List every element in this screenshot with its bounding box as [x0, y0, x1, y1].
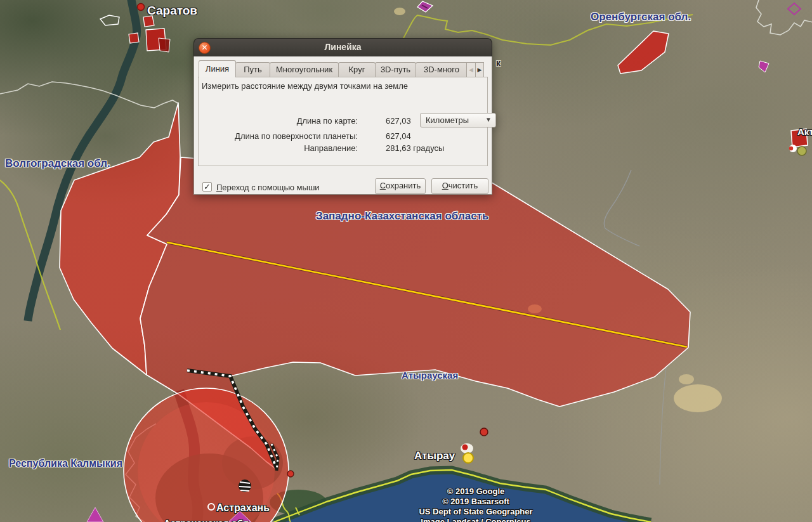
- region-border-gray-right: [604, 170, 639, 246]
- red-dot-marker: [287, 471, 294, 477]
- region-border-white-topleft: [0, 82, 178, 108]
- sand-patch: [674, 384, 722, 412]
- tab-3d-path[interactable]: 3D-путь: [375, 62, 416, 77]
- atyrau-placemark[interactable]: [461, 443, 473, 463]
- orenburg-red-polygon: [618, 31, 669, 74]
- tab-polygon[interactable]: Многоугольник: [270, 62, 339, 77]
- tab-scroll-right-icon[interactable]: ▶: [475, 62, 484, 77]
- ground-length-label: Длина по поверхности планеты:: [200, 131, 358, 141]
- mouse-nav-label: Переход с помощью мыши: [216, 183, 320, 192]
- clear-button[interactable]: Очистить: [431, 178, 488, 194]
- dialog-titlebar[interactable]: ✕ Линейка: [193, 38, 492, 56]
- close-icon[interactable]: ✕: [199, 42, 211, 54]
- heading-value: 281,63 градусы: [386, 143, 444, 153]
- region-border-white-topright: [756, 0, 812, 35]
- caspian-sea: [274, 470, 651, 522]
- heading-label: Направление:: [200, 143, 358, 153]
- tab-circle[interactable]: Круг: [338, 62, 376, 77]
- region-border-gray-vertical: [660, 363, 667, 485]
- right-edge-placemarks[interactable]: [789, 129, 808, 155]
- dialog-body: Линия Путь Многоугольник Круг 3D-путь 3D…: [193, 56, 492, 195]
- tab-line[interactable]: Линия: [199, 60, 236, 77]
- ground-length-value: 627,04: [386, 131, 411, 141]
- tab-scroll-left-icon[interactable]: ◀: [466, 62, 475, 77]
- measure-description: Измерить расстояние между двумя точками …: [202, 81, 408, 91]
- map-length-value: 627,03: [386, 116, 411, 126]
- tab-3d-polygon[interactable]: 3D-много: [416, 62, 467, 77]
- units-dropdown-value: Километры: [426, 115, 469, 125]
- sand-patch: [394, 8, 405, 15]
- sand-patch: [679, 374, 694, 384]
- save-button[interactable]: Сохранить: [375, 178, 426, 194]
- chevron-down-icon: ▼: [485, 116, 492, 123]
- dialog-title: Линейка: [194, 39, 492, 56]
- units-dropdown[interactable]: Километры ▼: [420, 113, 496, 127]
- mouse-nav-checkbox[interactable]: ✓: [202, 182, 212, 192]
- red-dot-marker: [480, 428, 488, 436]
- map-length-label: Длина по карте:: [200, 116, 358, 126]
- ruler-dialog: ✕ Линейка Линия Путь Многоугольник Круг …: [193, 38, 492, 195]
- google-earth-window: Саратов Оренбургская обл. Волгоградская …: [0, 0, 812, 522]
- tab-path[interactable]: Путь: [235, 62, 270, 77]
- tab-bar: Линия Путь Многоугольник Круг 3D-путь 3D…: [199, 60, 484, 77]
- striped-circle-marker: [239, 480, 251, 492]
